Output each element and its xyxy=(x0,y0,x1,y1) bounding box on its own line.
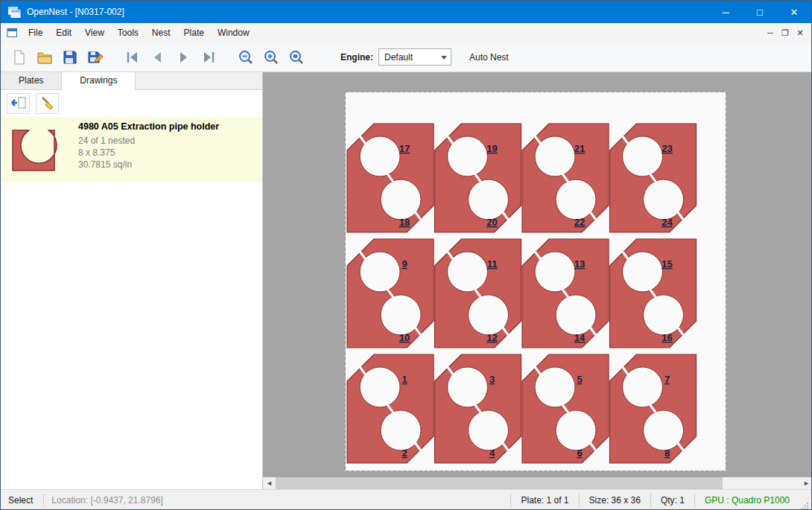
toolbar-separator xyxy=(221,45,233,69)
new-file-button[interactable] xyxy=(7,45,32,69)
save-edit-icon xyxy=(87,49,104,66)
broom-icon xyxy=(39,95,57,112)
nest-pair[interactable]: 1314 xyxy=(522,239,609,348)
open-folder-icon xyxy=(37,49,53,66)
engine-label: Engine: xyxy=(340,52,373,63)
zoom-in-button[interactable] xyxy=(258,45,284,69)
nest-pair[interactable]: 56 xyxy=(522,354,609,463)
zoom-extents-button[interactable] xyxy=(284,45,309,69)
first-plate-button[interactable] xyxy=(120,45,145,69)
pipe-hole-cutout xyxy=(644,179,684,220)
pipe-hole-cutout xyxy=(623,136,663,176)
pipe-hole-cutout xyxy=(448,252,488,292)
mdi-close-button[interactable]: ✕ xyxy=(793,28,808,38)
drawing-title: 4980 A05 Extraction pipe holder xyxy=(78,121,219,132)
plate-qty-status: Qty: 1 xyxy=(650,494,694,507)
plate-size-status: Size: 36 x 36 xyxy=(579,494,650,507)
horizontal-scrollbar[interactable]: ◄ ► xyxy=(263,477,812,489)
menu-nest[interactable]: Nest xyxy=(145,23,177,42)
grip-dots-icon xyxy=(802,502,809,509)
menu-view[interactable]: View xyxy=(78,23,111,42)
part-number-label: 19 xyxy=(486,143,497,154)
mdi-restore-button[interactable]: ❐ xyxy=(778,28,793,38)
auto-nest-label[interactable]: Auto Nest xyxy=(469,52,509,63)
nest-pair[interactable]: 1112 xyxy=(435,239,521,348)
scroll-right-arrow[interactable]: ► xyxy=(800,477,812,489)
tab-drawings[interactable]: Drawings xyxy=(62,72,136,90)
nest-pair[interactable]: 1920 xyxy=(435,124,521,232)
save-button[interactable] xyxy=(57,45,83,69)
zoom-out-button[interactable] xyxy=(233,45,258,69)
nav-first-icon xyxy=(124,49,141,66)
zoom-in-icon xyxy=(263,49,279,66)
pipe-hole-cutout xyxy=(381,179,421,220)
nest-pair[interactable]: 78 xyxy=(610,354,697,463)
plate-sheet[interactable]: 1718 1920 2122 2324 xyxy=(345,92,726,471)
menu-tools[interactable]: Tools xyxy=(111,23,145,42)
scrollbar-thumb[interactable] xyxy=(276,477,723,489)
next-plate-button[interactable] xyxy=(171,45,196,69)
close-button[interactable]: ✕ xyxy=(777,1,811,23)
menu-plate[interactable]: Plate xyxy=(177,23,211,42)
last-plate-button[interactable] xyxy=(196,45,221,69)
menu-bar: File Edit View Tools Nest Plate Window ─… xyxy=(1,23,811,42)
drawing-list-item[interactable]: 4980 A05 Extraction pipe holder 24 of 1 … xyxy=(1,117,262,182)
maximize-button[interactable]: □ xyxy=(743,1,777,23)
nav-next-icon xyxy=(175,49,191,66)
menu-edit[interactable]: Edit xyxy=(49,23,78,42)
part-number-label: 11 xyxy=(487,258,498,270)
part-number-label: 15 xyxy=(662,258,672,270)
nest-pair[interactable]: 2324 xyxy=(610,124,697,232)
part-number-label: 14 xyxy=(574,332,586,343)
status-bar: Select Location: [-0.9437, 21.8796] Plat… xyxy=(1,489,811,510)
window-title: OpenNest - [N0317-002] xyxy=(27,7,124,17)
pipe-hole-cutout xyxy=(644,295,684,335)
minimize-button[interactable]: ─ xyxy=(708,1,743,23)
pipe-hole-cutout xyxy=(360,136,400,176)
pipe-hole-cutout xyxy=(535,136,575,176)
pipe-hole-cutout xyxy=(556,410,596,450)
part-number-label: 23 xyxy=(662,143,672,154)
menu-window[interactable]: Window xyxy=(211,23,256,42)
nav-previous-icon xyxy=(150,49,166,66)
part-number-label: 10 xyxy=(399,332,410,343)
pipe-hole-cutout xyxy=(556,179,596,220)
part-number-label: 21 xyxy=(574,143,585,154)
scroll-left-arrow[interactable]: ◄ xyxy=(263,477,276,489)
nest-pair[interactable]: 2122 xyxy=(522,124,609,232)
pipe-hole-cutout xyxy=(360,367,400,407)
nest-pair[interactable]: 1718 xyxy=(347,124,434,232)
nest-pair[interactable]: 910 xyxy=(347,239,434,348)
clear-drawings-button[interactable] xyxy=(36,93,59,114)
import-drawing-icon xyxy=(10,95,28,112)
nest-pair[interactable]: 1516 xyxy=(610,239,697,348)
menu-file[interactable]: File xyxy=(22,23,49,42)
save-edit-button[interactable] xyxy=(83,45,108,69)
previous-plate-button[interactable] xyxy=(145,45,171,69)
title-bar[interactable]: OpenNest - [N0317-002] ─ □ ✕ xyxy=(1,1,811,23)
pipe-hole-cutout xyxy=(623,367,663,407)
drawing-nested-count: 24 of 1 nested xyxy=(78,135,219,147)
chevron-down-icon[interactable] xyxy=(441,56,447,60)
part-number-label: 22 xyxy=(574,217,585,228)
nest-canvas[interactable]: 1718 1920 2122 2324 xyxy=(263,72,812,477)
open-button[interactable] xyxy=(32,45,57,69)
part-number-label: 1 xyxy=(402,374,407,385)
nest-pair[interactable]: 12 xyxy=(347,354,434,463)
toolbar-separator xyxy=(108,45,120,69)
part-thumbnail xyxy=(10,123,57,173)
part-number-label: 5 xyxy=(577,374,582,385)
import-drawing-button[interactable] xyxy=(7,93,30,114)
nest-pair[interactable]: 34 xyxy=(435,354,521,463)
engine-select[interactable]: Default xyxy=(378,48,451,66)
pipe-hole-cutout xyxy=(381,410,421,450)
part-number-label: 6 xyxy=(577,447,582,459)
pipe-hole-cutout xyxy=(535,367,575,407)
app-window: OpenNest - [N0317-002] ─ □ ✕ File Edit V… xyxy=(0,0,812,510)
drawing-dimensions: 8 x 8.375 xyxy=(78,147,219,159)
pipe-hole-cutout xyxy=(535,252,575,292)
mdi-document-icon[interactable] xyxy=(7,28,18,38)
tab-plates[interactable]: Plates xyxy=(1,72,62,89)
resize-grip[interactable] xyxy=(799,490,811,510)
mdi-minimize-button[interactable]: ─ xyxy=(763,28,778,37)
